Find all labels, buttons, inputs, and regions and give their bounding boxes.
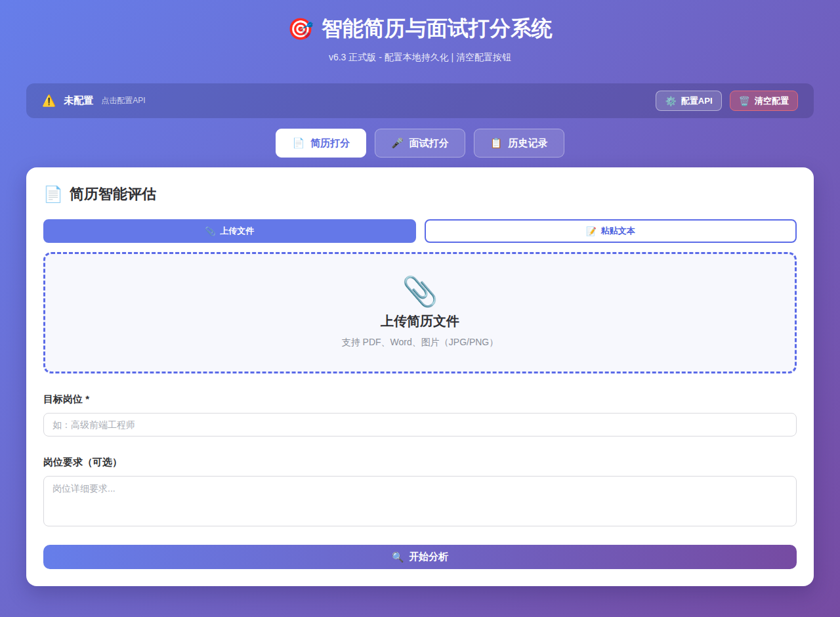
tab-resume-scoring-label: 简历打分 <box>310 137 350 150</box>
card-heading-text: 简历智能评估 <box>70 184 156 204</box>
app-header: 🎯 智能简历与面试打分系统 v6.3 正式版 - 配置本地持久化 | 清空配置按… <box>26 0 814 64</box>
clear-config-label: 清空配置 <box>755 95 789 107</box>
page-title-text: 智能简历与面试打分系统 <box>322 14 553 43</box>
configure-api-label: 配置API <box>681 95 713 107</box>
configure-api-button[interactable]: ⚙️ 配置API <box>656 91 721 111</box>
api-status-text: 未配置 <box>64 95 93 107</box>
page-container: 🎯 智能简历与面试打分系统 v6.3 正式版 - 配置本地持久化 | 清空配置按… <box>26 0 814 586</box>
tab-history-label: 历史记录 <box>509 137 548 150</box>
api-status-bar: ⚠️ 未配置 点击配置API ⚙️ 配置API 🗑️ 清空配置 <box>26 83 814 118</box>
upload-hint: 支持 PDF、Word、图片（JPG/PNG） <box>342 337 499 349</box>
api-status-actions: ⚙️ 配置API 🗑️ 清空配置 <box>656 91 798 111</box>
page-subtitle: v6.3 正式版 - 配置本地持久化 | 清空配置按钮 <box>26 52 814 64</box>
microphone-icon: 🎤 <box>391 137 404 149</box>
job-requirements-label: 岗位要求（可选） <box>43 456 797 469</box>
mode-tab-upload-label: 上传文件 <box>220 225 254 237</box>
memo-icon: 📝 <box>586 226 597 236</box>
input-mode-tabs: 📎 上传文件 📝 粘贴文本 <box>43 219 797 243</box>
main-tab-bar: 📄 简历打分 🎤 面试打分 📋 历史记录 <box>26 129 814 158</box>
gear-icon: ⚙️ <box>665 96 676 106</box>
warning-icon: ⚠️ <box>42 94 56 108</box>
paperclip-large-icon: 📎 <box>402 277 438 306</box>
target-icon: 🎯 <box>287 16 314 41</box>
mode-tab-paste-text[interactable]: 📝 粘贴文本 <box>425 219 797 243</box>
mode-tab-upload-file[interactable]: 📎 上传文件 <box>43 219 416 243</box>
card-heading: 📄 简历智能评估 <box>43 184 797 204</box>
tab-interview-scoring[interactable]: 🎤 面试打分 <box>375 129 465 158</box>
mode-tab-paste-label: 粘贴文本 <box>601 225 635 237</box>
page-title: 🎯 智能简历与面试打分系统 <box>287 14 553 43</box>
api-status-left: ⚠️ 未配置 点击配置API <box>42 94 146 108</box>
tab-interview-scoring-label: 面试打分 <box>410 137 449 150</box>
tab-resume-scoring[interactable]: 📄 简历打分 <box>276 129 366 158</box>
magnifier-icon: 🔍 <box>392 551 404 563</box>
tab-history[interactable]: 📋 历史记录 <box>474 129 564 158</box>
document-icon: 📄 <box>292 137 304 149</box>
target-position-label: 目标岗位 * <box>43 393 797 406</box>
resume-evaluation-card: 📄 简历智能评估 📎 上传文件 📝 粘贴文本 📎 上传简历文件 支持 PDF、W… <box>26 167 814 586</box>
start-analysis-label: 开始分析 <box>409 551 448 563</box>
trash-icon: 🗑️ <box>739 96 750 106</box>
target-position-input[interactable] <box>43 413 797 436</box>
page-icon: 📄 <box>43 185 63 203</box>
upload-title: 上传简历文件 <box>381 312 459 330</box>
resume-upload-dropzone[interactable]: 📎 上传简历文件 支持 PDF、Word、图片（JPG/PNG） <box>43 252 797 373</box>
job-requirements-textarea[interactable] <box>43 476 797 526</box>
start-analysis-button[interactable]: 🔍 开始分析 <box>43 545 797 569</box>
api-status-hint[interactable]: 点击配置API <box>101 95 145 106</box>
paperclip-icon: 📎 <box>205 226 215 236</box>
clipboard-icon: 📋 <box>490 137 503 149</box>
clear-config-button[interactable]: 🗑️ 清空配置 <box>730 91 798 111</box>
